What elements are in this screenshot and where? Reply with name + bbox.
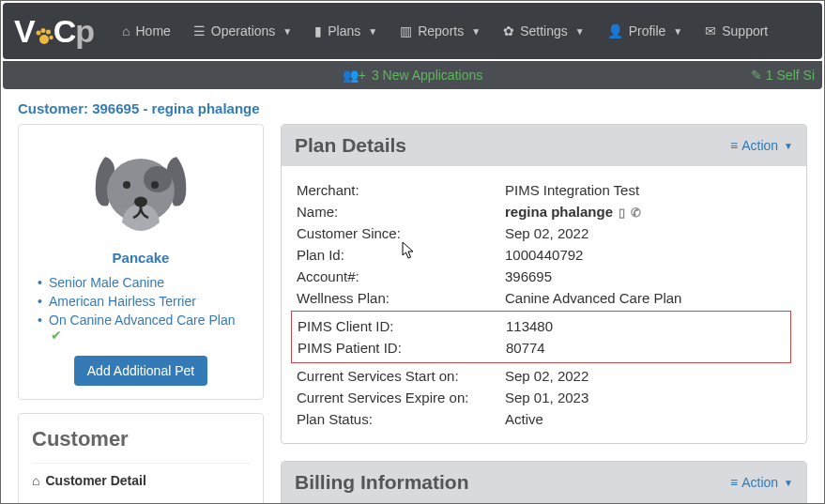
chevron-down-icon: ▼ xyxy=(471,26,481,37)
merchant-label: Merchant: xyxy=(297,182,505,198)
start-value: Sep 02, 2022 xyxy=(505,368,588,384)
nav-plans-label: Plans xyxy=(328,23,360,38)
paw-icon xyxy=(35,27,53,46)
nav-profile-label: Profile xyxy=(629,23,666,38)
id-card-icon[interactable]: ▯ xyxy=(619,206,625,220)
menu-icon: ≡ xyxy=(730,138,738,153)
pencil-icon: ✎ xyxy=(751,68,762,83)
chevron-down-icon: ▼ xyxy=(368,26,377,37)
customer-detail-label: Customer Detail xyxy=(45,473,145,488)
menu-icon: ≡ xyxy=(730,475,738,490)
svg-point-2 xyxy=(40,28,45,33)
account-value: 396695 xyxy=(505,268,552,284)
nav-home-label: Home xyxy=(136,23,171,38)
customer-heading: Customer xyxy=(32,427,250,451)
user-icon: 👤 xyxy=(607,23,623,38)
nav-profile[interactable]: 👤Profile▼ xyxy=(598,16,693,46)
chevron-down-icon: ▼ xyxy=(784,478,793,488)
users-plus-icon: 👥+ xyxy=(343,68,366,83)
billing-action-label: Action xyxy=(741,475,778,490)
pet-info-line[interactable]: American Hairless Terrier xyxy=(36,292,246,311)
self-signup-label: 1 Self Si xyxy=(766,68,815,83)
chart-icon: ▥ xyxy=(400,23,412,38)
name-value: regina phalange▯✆ xyxy=(505,204,641,220)
plan-action-button[interactable]: ≡ Action ▼ xyxy=(730,138,793,153)
planid-value: 1000440792 xyxy=(505,247,583,263)
chevron-down-icon: ▼ xyxy=(673,26,682,37)
breadcrumb[interactable]: Customer: 396695 - regina phalange xyxy=(18,100,807,116)
add-pet-button[interactable]: Add Additional Pet xyxy=(74,356,207,386)
nav-support-label: Support xyxy=(722,23,768,38)
start-label: Current Services Start on: xyxy=(297,368,505,384)
wellness-label: Wellness Plan: xyxy=(297,290,505,306)
list-icon: ☰ xyxy=(193,23,206,38)
self-signup-link[interactable]: ✎ 1 Self Si xyxy=(751,68,815,83)
nav-reports-label: Reports xyxy=(418,23,464,38)
plan-details-panel: Plan Details ≡ Action ▼ Merchant:PIMS In… xyxy=(281,124,807,444)
check-icon: ✔ xyxy=(51,328,62,343)
expire-value: Sep 01, 2023 xyxy=(505,389,588,405)
svg-point-0 xyxy=(39,35,49,44)
merchant-value: PIMS Integration Test xyxy=(505,182,639,198)
nav-operations-label: Operations xyxy=(211,23,275,38)
chevron-down-icon: ▼ xyxy=(283,26,292,37)
logo[interactable]: VCp xyxy=(14,13,94,50)
pet-info-line[interactable]: Senior Male Canine xyxy=(36,273,246,292)
since-value: Sep 02, 2022 xyxy=(505,225,588,241)
nav-reports[interactable]: ▥Reports▼ xyxy=(390,16,490,46)
billing-action-button[interactable]: ≡ Action ▼ xyxy=(730,475,793,490)
status-bar: 👥+ 3 New Applications ✎ 1 Self Si xyxy=(3,61,822,89)
chevron-down-icon: ▼ xyxy=(784,141,793,151)
envelope-icon: ✉ xyxy=(705,23,716,38)
since-label: Customer Since: xyxy=(297,225,505,241)
nav-plans[interactable]: ▮Plans▼ xyxy=(305,16,387,46)
pims-patient-label: PIMS Patient ID: xyxy=(298,340,506,356)
status-value: Active xyxy=(505,411,543,427)
chevron-down-icon: ▼ xyxy=(575,26,585,37)
new-applications-link[interactable]: 👥+ 3 New Applications xyxy=(343,68,482,83)
expire-label: Current Services Expire on: xyxy=(297,389,505,405)
navbar: VCp ⌂Home ☰Operations▼ ▮Plans▼ ▥Reports▼… xyxy=(3,3,822,59)
pims-client-value: 113480 xyxy=(506,318,553,334)
svg-point-9 xyxy=(134,197,147,207)
pet-avatar xyxy=(32,138,250,244)
nav-operations[interactable]: ☰Operations▼ xyxy=(184,16,301,46)
plan-details-heading: Plan Details xyxy=(295,134,406,157)
plan-action-label: Action xyxy=(741,138,778,153)
pet-plan-label: On Canine Advanced Care Plan xyxy=(49,313,235,328)
nav-home[interactable]: ⌂Home xyxy=(113,16,180,46)
billing-panel: Billing Information ≡ Action ▼ Monthly P… xyxy=(281,461,807,504)
new-applications-label: 3 New Applications xyxy=(372,68,482,83)
status-label: Plan Status: xyxy=(297,411,505,427)
home-icon: ⌂ xyxy=(122,23,130,38)
tag-icon: ▮ xyxy=(314,23,322,38)
pims-patient-value: 80774 xyxy=(506,340,545,356)
pims-client-label: PIMS Client ID: xyxy=(298,318,506,334)
svg-point-8 xyxy=(151,181,159,189)
planid-label: Plan Id: xyxy=(297,247,505,263)
pet-card: Pancake Senior Male Canine American Hair… xyxy=(18,124,264,400)
billing-heading: Billing Information xyxy=(295,471,468,494)
name-label: Name: xyxy=(297,204,505,220)
wellness-value: Canine Advanced Care Plan xyxy=(505,290,681,306)
pet-name[interactable]: Pancake xyxy=(32,250,250,266)
pims-highlight-box: PIMS Client ID:113480 PIMS Patient ID:80… xyxy=(291,311,791,363)
customer-detail-link[interactable]: ⌂ Customer Detail xyxy=(32,473,250,488)
svg-point-7 xyxy=(123,181,130,189)
home-icon: ⌂ xyxy=(32,473,39,488)
nav-support[interactable]: ✉Support xyxy=(695,16,777,46)
nav-settings[interactable]: ✿Settings▼ xyxy=(494,16,594,46)
svg-point-3 xyxy=(46,29,51,34)
svg-point-6 xyxy=(144,166,172,192)
phone-icon[interactable]: ✆ xyxy=(631,206,641,220)
gear-icon: ✿ xyxy=(503,23,514,38)
account-label: Account#: xyxy=(297,268,505,284)
svg-point-1 xyxy=(36,30,40,35)
customer-panel: Customer ⌂ Customer Detail Available Ser… xyxy=(18,413,264,504)
nav-settings-label: Settings xyxy=(520,23,568,38)
pet-info-line[interactable]: On Canine Advanced Care Plan ✔ xyxy=(36,311,246,344)
